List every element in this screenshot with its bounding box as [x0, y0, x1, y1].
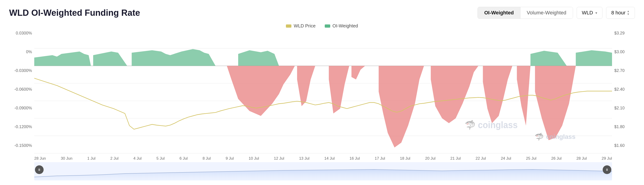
- x-label-8: 9 Jul: [226, 156, 234, 161]
- page-title: WLD OI-Weighted Funding Rate: [9, 8, 140, 18]
- x-label-10: 12 Jul: [274, 156, 284, 161]
- svg-marker-23: [535, 66, 576, 140]
- y-left-2: -0.0300%: [14, 68, 32, 73]
- y-right-6: $1.60: [614, 143, 624, 148]
- x-label-23: 29 Jul: [602, 156, 612, 161]
- watermark-icon: 🦈: [534, 132, 544, 141]
- y-axis-right: $3.29 $3.00 $2.70 $2.40 $2.10 $1.80 $1.6…: [612, 31, 635, 155]
- x-label-2: 1 Jul: [87, 156, 96, 161]
- y-right-4: $2.10: [614, 106, 624, 110]
- x-axis: 28 Jun 30 Jun 1 Jul 2 Jul 4 Jul 5 Jul 6 …: [34, 155, 612, 161]
- mini-chart-bg: ⏸ ⏸: [34, 162, 612, 180]
- svg-marker-13: [530, 51, 567, 66]
- x-label-22: 28 Jul: [576, 156, 587, 161]
- x-label-6: 6 Jul: [180, 156, 188, 161]
- y-right-0: $3.29: [614, 31, 624, 36]
- x-label-14: 17 Jul: [375, 156, 385, 161]
- mini-handle-left[interactable]: ⏸: [35, 165, 44, 174]
- watermark-text: coinglass: [546, 133, 576, 140]
- x-label-9: 10 Jul: [249, 156, 259, 161]
- header: WLD OI-Weighted Funding Rate OI-Weighted…: [9, 7, 635, 19]
- x-label-17: 21 Jul: [450, 156, 460, 161]
- main-svg: 🦈 coinglass: [34, 31, 612, 155]
- svg-marker-19: [379, 66, 424, 148]
- x-label-15: 18 Jul: [400, 156, 410, 161]
- svg-marker-9: [34, 52, 91, 66]
- svg-marker-11: [132, 49, 216, 66]
- page-container: WLD OI-Weighted Funding Rate OI-Weighted…: [0, 0, 644, 185]
- svg-marker-14: [576, 50, 612, 66]
- svg-marker-18: [352, 66, 365, 80]
- svg-text:🦈 coinglass: 🦈 coinglass: [465, 120, 518, 131]
- svg-marker-20: [431, 66, 478, 123]
- mini-handle-right[interactable]: ⏸: [603, 165, 611, 174]
- x-label-3: 2 Jul: [110, 156, 118, 161]
- interval-label: 8 hour: [611, 10, 626, 16]
- x-label-20: 25 Jul: [526, 156, 536, 161]
- mini-chart-wrapper[interactable]: ⏸ ⏸: [34, 162, 612, 180]
- x-label-19: 24 Jul: [501, 156, 511, 161]
- tab-oi-weighted[interactable]: OI-Weighted: [478, 7, 520, 18]
- y-left-1: 0%: [26, 50, 32, 54]
- legend: WLD Price OI-Weighted: [9, 23, 635, 28]
- x-label-18: 22 Jul: [476, 156, 486, 161]
- y-left-3: -0.0600%: [14, 87, 32, 92]
- x-label-12: 14 Jul: [324, 156, 334, 161]
- y-left-5: -0.1200%: [14, 124, 32, 129]
- chart-area: WLD Price OI-Weighted 0.0300% 0% -0.0300…: [9, 23, 635, 180]
- interval-selector[interactable]: 8 hour ▲ ▼: [606, 7, 635, 19]
- legend-wld-price: WLD Price: [286, 23, 316, 28]
- x-label-0: 28 Jun: [34, 156, 46, 161]
- x-label-16: 20 Jul: [425, 156, 436, 161]
- y-right-1: $3.00: [614, 50, 624, 54]
- pause-icon-right: ⏸: [606, 168, 608, 172]
- tab-group: OI-Weighted Volume-Weighted: [478, 7, 573, 19]
- wld-price-dot: [286, 24, 292, 28]
- main-chart-wrapper: 0.0300% 0% -0.0300% -0.0600% -0.0900% -0…: [9, 31, 635, 155]
- coin-label: WLD: [582, 10, 593, 16]
- svg-marker-21: [483, 66, 512, 123]
- svg-marker-25: [34, 170, 612, 180]
- chart-body[interactable]: 🦈 coinglass 🦈 coinglass: [34, 31, 612, 155]
- legend-oi-label: OI-Weighted: [332, 23, 358, 28]
- y-right-3: $2.40: [614, 87, 624, 92]
- coin-dropdown[interactable]: WLD ▾: [577, 7, 602, 19]
- pause-icon-left: ⏸: [38, 168, 41, 172]
- legend-oi-weighted: OI-Weighted: [325, 23, 358, 28]
- svg-marker-10: [93, 52, 127, 66]
- chevron-down-icon: ▾: [595, 11, 597, 15]
- stepper-icon: ▲ ▼: [627, 10, 630, 16]
- svg-marker-12: [238, 50, 279, 66]
- tab-volume-weighted[interactable]: Volume-Weighted: [520, 7, 573, 18]
- y-left-6: -0.1500%: [14, 143, 32, 148]
- svg-marker-15: [227, 66, 295, 116]
- x-label-1: 30 Jun: [61, 156, 72, 161]
- oi-weighted-dot: [325, 24, 330, 28]
- x-label-7: 8 Jul: [202, 156, 211, 161]
- svg-marker-16: [297, 66, 315, 106]
- watermark: 🦈 coinglass: [534, 132, 576, 141]
- x-label-13: 16 Jul: [350, 156, 360, 161]
- x-label-4: 4 Jul: [133, 156, 142, 161]
- y-left-4: -0.0900%: [14, 106, 32, 110]
- y-right-5: $1.80: [614, 124, 624, 129]
- x-label-5: 5 Jul: [156, 156, 165, 161]
- x-label-21: 26 Jul: [551, 156, 562, 161]
- y-left-0: 0.0300%: [16, 31, 32, 36]
- x-label-11: 13 Jul: [299, 156, 310, 161]
- y-right-2: $2.70: [614, 68, 624, 73]
- y-axis-left: 0.0300% 0% -0.0300% -0.0600% -0.0900% -0…: [9, 31, 34, 155]
- controls: OI-Weighted Volume-Weighted WLD ▾ 8 hour…: [478, 7, 635, 19]
- legend-wld-label: WLD Price: [294, 23, 316, 28]
